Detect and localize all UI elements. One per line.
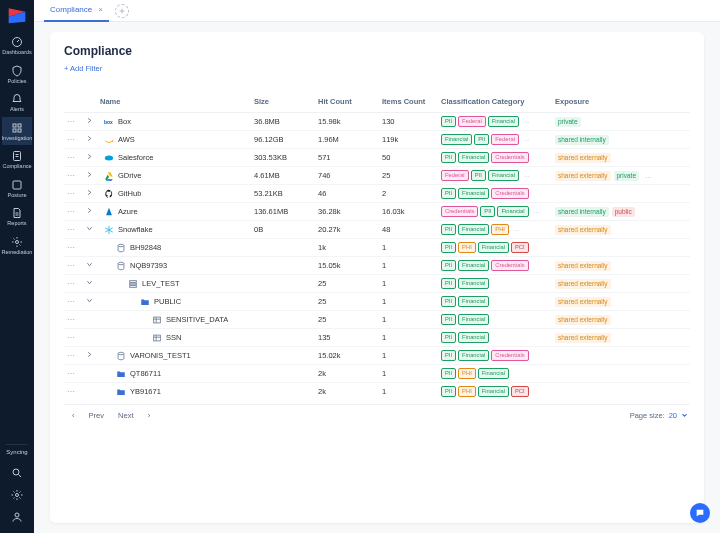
expand-icon[interactable]	[82, 135, 96, 144]
expand-icon[interactable]	[82, 207, 96, 216]
next-button[interactable]: Next	[118, 411, 133, 420]
chevron-down-icon[interactable]	[681, 412, 688, 419]
table-row[interactable]: ⋯VARONIS_TEST115.02k1PIIFinancialCredent…	[64, 347, 690, 365]
sidebar-item-label: Remediation	[2, 250, 33, 256]
table-row[interactable]: ⋯Salesforce303.53KB57150PIIFinancialCred…	[64, 149, 690, 167]
table-row[interactable]: ⋯Snowflake0B20.27k48PIIFinancialPHI…shar…	[64, 221, 690, 239]
table-row[interactable]: ⋯AWS96.12GB1.96M119kFinancialPIIFederal……	[64, 131, 690, 149]
cell-items: 1	[382, 387, 437, 396]
table-row[interactable]: ⋯BH928481k1PIIPHIFinancialPCI	[64, 239, 690, 257]
settings-icon[interactable]	[11, 485, 23, 507]
cell-exposure: shared externally	[555, 279, 675, 289]
row-menu-icon[interactable]: ⋯	[64, 135, 78, 144]
table-row[interactable]: ⋯NQB9739315.05k1PIIFinancialCredentialss…	[64, 257, 690, 275]
expand-icon[interactable]	[82, 279, 96, 288]
more-icon[interactable]: …	[511, 225, 523, 234]
classification-badge: Financial	[458, 224, 489, 235]
classification-badge: PII	[441, 368, 456, 379]
sidebar-item-dashboards[interactable]: Dashboards	[2, 31, 33, 60]
cell-hit: 571	[318, 153, 378, 162]
exposure-badge: shared externally	[555, 297, 611, 307]
more-icon[interactable]: …	[642, 171, 655, 181]
new-tab-button[interactable]	[115, 4, 129, 18]
prev-button[interactable]: Prev	[89, 411, 104, 420]
expand-icon[interactable]	[82, 153, 96, 162]
table-row[interactable]: ⋯SSN1351PIIFinancialshared externally	[64, 329, 690, 347]
classification-badge: PII	[441, 188, 456, 199]
cell-items: 1	[382, 279, 437, 288]
row-menu-icon[interactable]: ⋯	[64, 171, 78, 180]
search-icon[interactable]	[11, 463, 23, 485]
row-menu-icon[interactable]: ⋯	[64, 225, 78, 234]
row-menu-icon[interactable]: ⋯	[64, 369, 78, 378]
sidebar-item-alerts[interactable]: Alerts	[2, 88, 33, 117]
cell-size: 53.21KB	[254, 189, 314, 198]
expand-icon[interactable]	[82, 117, 96, 126]
row-menu-icon[interactable]: ⋯	[64, 315, 78, 324]
sidebar-item-investigation[interactable]: Investigation	[2, 117, 33, 146]
page-title: Compliance	[64, 44, 690, 58]
close-icon[interactable]: ×	[98, 5, 103, 14]
classification-badge: Credentials	[491, 188, 528, 199]
page-size-value[interactable]: 20	[669, 411, 677, 420]
row-menu-icon[interactable]: ⋯	[64, 243, 78, 252]
row-menu-icon[interactable]: ⋯	[64, 279, 78, 288]
more-icon[interactable]: …	[521, 117, 533, 126]
table-row[interactable]: ⋯boxBox36.8MB15.98k130PIIFederalFinancia…	[64, 113, 690, 131]
chat-fab[interactable]	[690, 503, 710, 523]
expand-icon[interactable]	[82, 189, 96, 198]
next-arrow-icon[interactable]: ›	[148, 411, 151, 420]
cell-hit: 25	[318, 297, 378, 306]
row-menu-icon[interactable]: ⋯	[64, 351, 78, 360]
sidebar-item-remediation[interactable]: Remediation	[2, 231, 33, 260]
sidebar-item-policies[interactable]: Policies	[2, 60, 33, 89]
svg-point-8	[13, 469, 19, 475]
user-icon[interactable]	[11, 507, 23, 529]
classification-badge: PII	[471, 170, 486, 181]
table-row[interactable]: ⋯GDrive4.61MB74625FederalPIIFinancial…sh…	[64, 167, 690, 185]
row-menu-icon[interactable]: ⋯	[64, 387, 78, 396]
row-name: PUBLIC	[154, 297, 181, 306]
svg-rect-4	[18, 129, 21, 132]
add-filter-button[interactable]: + Add Filter	[64, 64, 690, 73]
sidebar-item-posture[interactable]: Posture	[2, 174, 33, 203]
cell-hit: 46	[318, 189, 378, 198]
table-row[interactable]: ⋯SENSITIVE_DATA251PIIFinancialshared ext…	[64, 311, 690, 329]
table-row[interactable]: ⋯QT867112k1PIIPHIFinancial	[64, 365, 690, 383]
row-name: GDrive	[118, 171, 141, 180]
exposure-badge: private	[555, 117, 581, 127]
tab-compliance[interactable]: Compliance ×	[44, 0, 109, 22]
table-row[interactable]: ⋯PUBLIC251PIIFinancialshared externally	[64, 293, 690, 311]
sidebar-item-compliance[interactable]: Compliance	[2, 145, 33, 174]
more-icon[interactable]: …	[521, 171, 533, 180]
more-icon[interactable]: …	[531, 207, 543, 216]
svg-line-9	[19, 475, 22, 478]
classification-badge: Credentials	[491, 152, 528, 163]
cell-classification: PIIFinancial	[441, 278, 551, 289]
cell-exposure: shared internally	[555, 135, 675, 145]
sidebar-item-reports[interactable]: Reports	[2, 202, 33, 231]
prev-arrow-icon[interactable]: ‹	[72, 411, 75, 420]
row-menu-icon[interactable]: ⋯	[64, 189, 78, 198]
cell-classification: PIIFinancialCredentials	[441, 152, 551, 163]
table-row[interactable]: ⋯GitHub53.21KB462PIIFinancialCredentials	[64, 185, 690, 203]
row-menu-icon[interactable]: ⋯	[64, 153, 78, 162]
row-menu-icon[interactable]: ⋯	[64, 297, 78, 306]
row-menu-icon[interactable]: ⋯	[64, 261, 78, 270]
row-menu-icon[interactable]: ⋯	[64, 207, 78, 216]
cell-classification: PIIFinancial	[441, 314, 551, 325]
more-icon[interactable]: …	[521, 135, 533, 144]
table-row[interactable]: ⋯YB916712k1PIIPHIFinancialPCI	[64, 383, 690, 400]
classification-badge: Financial	[458, 296, 489, 307]
expand-icon[interactable]	[82, 261, 96, 270]
table-row[interactable]: ⋯Azure136.61MB36.28k16.03kCredentialsPII…	[64, 203, 690, 221]
row-menu-icon[interactable]: ⋯	[64, 333, 78, 342]
expand-icon[interactable]	[82, 351, 96, 360]
expand-icon[interactable]	[82, 297, 96, 306]
table-row[interactable]: ⋯LEV_TEST251PIIFinancialshared externall…	[64, 275, 690, 293]
row-menu-icon[interactable]: ⋯	[64, 117, 78, 126]
expand-icon[interactable]	[82, 225, 96, 234]
expand-icon[interactable]	[82, 171, 96, 180]
col-size: Size	[254, 97, 314, 106]
cell-size: 4.61MB	[254, 171, 314, 180]
